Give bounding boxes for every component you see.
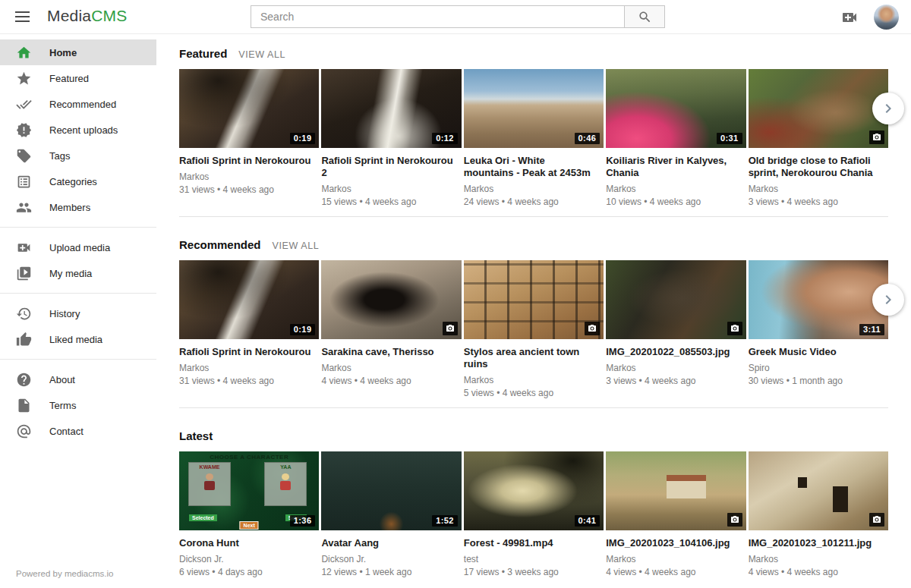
carousel-next-button[interactable]	[872, 284, 904, 316]
sidebar-item-label: Terms	[49, 400, 76, 411]
search-input[interactable]	[251, 6, 624, 27]
new-releases-icon	[16, 122, 32, 138]
media-meta: 12 views • 1 week ago	[321, 567, 453, 577]
sidebar-item-upload-media[interactable]: Upload media	[0, 234, 156, 260]
avatar[interactable]	[874, 5, 899, 30]
media-card[interactable]: 0:41Forest - 49981.mp4test17 views • 3 w…	[464, 451, 604, 588]
media-row: 0:19Rafioli Sprint in NerokourouMarkos31…	[179, 260, 888, 404]
media-card[interactable]: CHOOSE A CHARACTERKWAMEYAASelectedNextSe…	[179, 451, 319, 588]
media-meta: 3 views • 4 weeks ago	[606, 376, 738, 386]
sidebar-item-label: Home	[49, 47, 77, 58]
media-title: IMG_20201023_101211.jpg	[749, 537, 881, 549]
media-card[interactable]: Stylos area ancient town ruinsMarkos5 vi…	[464, 260, 604, 404]
media-meta: 6 views • 4 days ago	[179, 567, 311, 577]
media-author[interactable]: Markos	[749, 554, 881, 564]
media-card[interactable]: 0:19Rafioli Sprint in NerokourouMarkos31…	[179, 260, 319, 404]
sidebar-item-terms[interactable]: Terms	[0, 392, 156, 418]
search-button[interactable]	[624, 6, 664, 27]
media-card[interactable]: 0:31Koiliaris River in Kalyves, ChaniaMa…	[606, 69, 746, 213]
game-right-box: YAA	[264, 462, 307, 506]
media-info: Greek Music VideoSpiro30 views • 1 month…	[749, 339, 888, 404]
media-card[interactable]: 0:12Rafioli Sprint in Nerokourou 2Markos…	[321, 69, 461, 213]
media-card[interactable]: IMG_20201023_104106.jpgMarkos4 views • 4…	[606, 451, 746, 588]
media-info: Stylos area ancient town ruinsMarkos5 vi…	[464, 339, 604, 404]
media-meta: 17 views • 3 weeks ago	[464, 567, 596, 577]
video-call-icon	[16, 240, 32, 256]
media-author[interactable]: Markos	[606, 184, 738, 194]
sidebar-item-history[interactable]: History	[0, 300, 156, 326]
media-title: Greek Music Video	[749, 346, 881, 358]
help-icon	[16, 372, 32, 388]
media-meta: 24 views • 4 weeks ago	[464, 197, 596, 207]
section-featured: FeaturedVIEW ALL0:19Rafioli Sprint in Ne…	[179, 47, 888, 217]
sidebar-item-label: Members	[49, 202, 90, 213]
home-icon	[16, 45, 32, 61]
logo-cms: CMS	[91, 7, 127, 24]
sidebar-item-label: Liked media	[49, 334, 102, 345]
video-camera-plus-icon	[840, 8, 859, 27]
media-meta: 5 views • 4 weeks ago	[464, 388, 596, 398]
media-info: IMG_20201023_104106.jpgMarkos4 views • 4…	[606, 530, 746, 588]
sidebar-item-label: Upload media	[49, 242, 110, 253]
media-author[interactable]: Markos	[179, 363, 311, 373]
sidebar-item-my-media[interactable]: My media	[0, 260, 156, 286]
sidebar-item-featured[interactable]: Featured	[0, 65, 156, 91]
media-author[interactable]: Markos	[749, 184, 881, 194]
media-info: Old bridge close to Rafioli sprint, Nero…	[749, 148, 888, 213]
carousel-next-button[interactable]	[872, 93, 904, 124]
sidebar-item-categories[interactable]: Categories	[0, 168, 156, 194]
sidebar: HomeFeaturedRecommendedRecent uploadsTag…	[0, 34, 156, 588]
sidebar-item-liked-media[interactable]: Liked media	[0, 326, 156, 352]
media-thumbnail: 0:41	[464, 451, 604, 530]
sidebar-item-tags[interactable]: Tags	[0, 143, 156, 168]
media-card[interactable]: Old bridge close to Rafioli sprint, Nero…	[749, 69, 888, 213]
view-all-link[interactable]: VIEW ALL	[273, 241, 320, 251]
categories-icon	[16, 174, 32, 190]
media-meta: 4 views • 4 weeks ago	[749, 567, 881, 577]
sidebar-item-recommended[interactable]: Recommended	[0, 91, 156, 117]
media-info: Corona HuntDickson Jr.6 views • 4 days a…	[179, 530, 319, 588]
media-author[interactable]: Markos	[321, 363, 453, 373]
media-author[interactable]: Markos	[606, 363, 738, 373]
media-author[interactable]: test	[464, 554, 596, 564]
image-type-badge	[585, 322, 600, 335]
section-divider	[179, 407, 888, 408]
media-thumbnail	[321, 260, 461, 339]
media-author[interactable]: Markos	[179, 171, 311, 182]
media-thumbnail	[606, 260, 746, 339]
media-meta: 10 views • 4 weeks ago	[606, 197, 738, 207]
media-card[interactable]: IMG_20201023_101211.jpgMarkos4 views • 4…	[749, 451, 888, 588]
double-check-icon	[16, 96, 32, 112]
media-author[interactable]: Spiro	[749, 363, 881, 373]
media-author[interactable]: Markos	[464, 184, 596, 194]
media-author[interactable]: Dickson Jr.	[321, 554, 453, 564]
media-info: Koiliaris River in Kalyves, ChaniaMarkos…	[606, 148, 746, 213]
media-title: Sarakina cave, Therisso	[321, 346, 453, 358]
media-card[interactable]: Sarakina cave, TherissoMarkos4 views • 4…	[321, 260, 461, 404]
media-card[interactable]: 0:19Rafioli Sprint in NerokourouMarkos31…	[179, 69, 319, 213]
menu-button[interactable]	[15, 11, 30, 22]
main-content: FeaturedVIEW ALL0:19Rafioli Sprint in Ne…	[156, 34, 911, 588]
media-card[interactable]: 3:11Greek Music VideoSpiro30 views • 1 m…	[749, 260, 888, 404]
upload-media-button[interactable]	[840, 8, 859, 27]
sidebar-item-about[interactable]: About	[0, 366, 156, 392]
members-icon	[16, 200, 32, 215]
media-meta: 4 views • 4 weeks ago	[321, 376, 453, 386]
media-info: Sarakina cave, TherissoMarkos4 views • 4…	[321, 339, 461, 404]
sidebar-item-members[interactable]: Members	[0, 194, 156, 220]
media-thumbnail: 0:19	[179, 69, 319, 148]
logo-media: Media	[47, 7, 91, 24]
media-card[interactable]: 1:52Avatar AangDickson Jr.12 views • 1 w…	[321, 451, 461, 588]
media-author[interactable]: Markos	[464, 375, 596, 385]
media-card[interactable]: 0:46Leuka Ori - White mountains - Peak a…	[464, 69, 604, 213]
media-thumbnail: 0:12	[321, 69, 461, 148]
sidebar-item-recent-uploads[interactable]: Recent uploads	[0, 117, 156, 143]
sidebar-item-contact[interactable]: Contact	[0, 418, 156, 444]
media-author[interactable]: Markos	[321, 184, 453, 194]
view-all-link[interactable]: VIEW ALL	[238, 49, 285, 60]
media-author[interactable]: Markos	[606, 554, 738, 564]
logo[interactable]: MediaCMS	[47, 7, 127, 25]
media-author[interactable]: Dickson Jr.	[179, 554, 311, 564]
sidebar-item-home[interactable]: Home	[0, 39, 156, 65]
media-card[interactable]: IMG_20201022_085503.jpgMarkos3 views • 4…	[606, 260, 746, 404]
